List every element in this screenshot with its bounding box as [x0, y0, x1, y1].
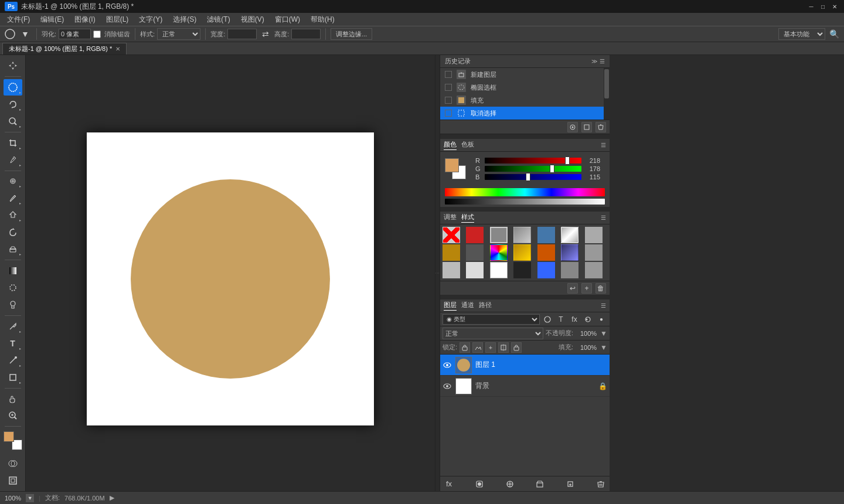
style-swatch-17[interactable] — [490, 262, 508, 278]
fg-bg-swatches[interactable] — [445, 158, 466, 179]
opacity-value[interactable]: 100% — [576, 330, 597, 337]
layer-filter-icon1[interactable] — [542, 314, 553, 325]
style-swatch-19[interactable] — [537, 262, 555, 278]
tab-styles[interactable]: 样式 — [461, 213, 474, 223]
style-swatch-20[interactable] — [561, 262, 578, 278]
height-input[interactable] — [291, 29, 321, 39]
text-tool[interactable]: T ▸ — [4, 335, 22, 352]
menu-view[interactable]: 视图(V) — [236, 13, 269, 26]
tab-color[interactable]: 颜色 — [444, 140, 457, 150]
pen-tool[interactable]: ▸ — [4, 318, 22, 335]
style-swatch-18[interactable] — [513, 262, 531, 278]
shape-tool[interactable]: ▸ — [4, 369, 22, 386]
color-menu-icon[interactable]: ☰ — [601, 142, 606, 148]
menu-window[interactable]: 窗口(W) — [270, 13, 305, 26]
opacity-arrow[interactable]: ▼ — [600, 329, 607, 338]
toolbar-option-icon[interactable]: ▼ — [19, 28, 32, 40]
lock-transparent-btn[interactable] — [460, 342, 470, 353]
brush-tool[interactable]: ▸ — [4, 190, 22, 206]
layer-fx-btn[interactable]: fx — [444, 479, 454, 489]
feather-input[interactable] — [59, 29, 91, 39]
style-swatch-7[interactable] — [585, 227, 603, 243]
channel-b-thumb[interactable] — [526, 173, 530, 181]
layer-1-visibility[interactable] — [443, 360, 452, 370]
menu-layer[interactable]: 图层(L) — [101, 13, 134, 26]
status-arrow-btn[interactable]: ▶ — [110, 494, 114, 502]
eraser-tool[interactable]: ▸ — [4, 241, 22, 257]
tab-paths[interactable]: 路径 — [479, 301, 492, 311]
healing-tool[interactable]: ▸ — [4, 173, 22, 190]
tab-close-icon[interactable]: ✕ — [115, 46, 120, 52]
tab-swatches[interactable]: 色板 — [461, 140, 474, 150]
zoom-tool[interactable] — [4, 408, 22, 424]
quick-mask-btn[interactable] — [4, 455, 22, 472]
history-menu-icon[interactable]: ☰ — [600, 58, 605, 64]
workspace-select[interactable]: 基本功能 — [778, 28, 825, 40]
style-swatch-21[interactable] — [585, 262, 603, 278]
style-swatch-14[interactable] — [585, 244, 603, 261]
style-swatch-15[interactable] — [443, 262, 460, 278]
history-delete-btn[interactable] — [595, 122, 606, 132]
history-new-doc-btn[interactable] — [581, 122, 592, 132]
style-swatch-16[interactable] — [466, 262, 484, 278]
screen-mode-btn[interactable] — [4, 472, 22, 489]
style-new-btn[interactable]: + — [581, 283, 592, 294]
foreground-color-swatch[interactable] — [4, 431, 14, 442]
layer-filter-type[interactable]: ◉ 类型 — [443, 314, 540, 325]
style-swatch-12[interactable] — [537, 244, 555, 261]
menu-image[interactable]: 图像(I) — [70, 13, 100, 26]
channel-g-track[interactable] — [485, 166, 581, 172]
style-swatch-8[interactable] — [443, 244, 460, 261]
gradient-tool[interactable] — [4, 263, 22, 279]
history-expand-icon[interactable]: ≫ — [591, 58, 597, 64]
layers-panel-controls[interactable]: ☰ — [601, 302, 606, 309]
document-tab-1[interactable]: 未标题-1 @ 100% (图层 1, RGB/8) * ✕ — [2, 43, 127, 55]
style-swatch-2[interactable] — [466, 227, 484, 243]
fill-value[interactable]: 100% — [576, 344, 597, 351]
history-snapshot-checkbox-3[interactable] — [445, 97, 452, 104]
layer-item-background[interactable]: 背景 🔒 — [440, 376, 610, 397]
tab-layers[interactable]: 图层 — [444, 301, 457, 311]
layer-item-1[interactable]: 图层 1 — [440, 355, 610, 376]
layers-menu-icon[interactable]: ☰ — [601, 302, 606, 309]
zoom-options-btn[interactable]: ▼ — [26, 494, 34, 502]
menu-file[interactable]: 文件(F) — [2, 13, 35, 26]
lock-all-btn[interactable] — [511, 342, 522, 353]
history-item-ellipse[interactable]: 椭圆选框 — [440, 81, 604, 94]
history-scroll-thumb[interactable] — [604, 69, 609, 98]
style-back-btn[interactable]: ↩ — [567, 283, 578, 294]
color-spectrum[interactable] — [445, 188, 605, 196]
menu-select[interactable]: 选择(S) — [168, 13, 201, 26]
layer-bg-visibility[interactable] — [443, 382, 452, 391]
history-snapshot-btn[interactable] — [567, 122, 578, 132]
history-snapshot-checkbox-4[interactable] — [445, 110, 452, 117]
dodge-tool[interactable] — [4, 297, 22, 313]
path-select-tool[interactable]: ▸ — [4, 352, 22, 369]
style-swatch-9[interactable] — [466, 244, 484, 261]
menu-help[interactable]: 帮助(H) — [306, 13, 339, 26]
maximize-button[interactable]: □ — [818, 2, 828, 11]
history-scrollbar[interactable] — [604, 68, 610, 120]
style-swatch-3[interactable] — [490, 227, 508, 243]
channel-r-thumb[interactable] — [565, 156, 570, 165]
hand-tool[interactable] — [4, 391, 22, 407]
canvas-area[interactable] — [26, 55, 435, 491]
style-select[interactable]: 正常 固定比例 固定大小 — [157, 28, 200, 40]
layer-new-btn[interactable] — [565, 479, 576, 489]
crop-tool[interactable]: ▸ — [4, 135, 22, 151]
style-swatch-13[interactable] — [561, 244, 578, 261]
style-swatch-1[interactable] — [443, 227, 460, 243]
layer-group-btn[interactable] — [535, 479, 545, 489]
lasso-tool[interactable]: ▸ — [4, 96, 22, 113]
lock-position-btn[interactable]: + — [485, 342, 496, 353]
color-swatches[interactable] — [4, 431, 22, 450]
history-panel-controls[interactable]: ≫ ☰ — [591, 58, 605, 64]
ellipse-tool-icon[interactable] — [4, 28, 16, 40]
minimize-button[interactable]: ─ — [806, 2, 816, 11]
style-swatch-10[interactable] — [490, 244, 508, 261]
move-tool[interactable] — [4, 57, 22, 74]
blur-tool[interactable] — [4, 280, 22, 296]
layer-filter-icon3[interactable]: fx — [569, 314, 580, 325]
style-swatch-4[interactable] — [513, 227, 531, 243]
history-item-new-layer[interactable]: 新建图层 — [440, 68, 604, 81]
